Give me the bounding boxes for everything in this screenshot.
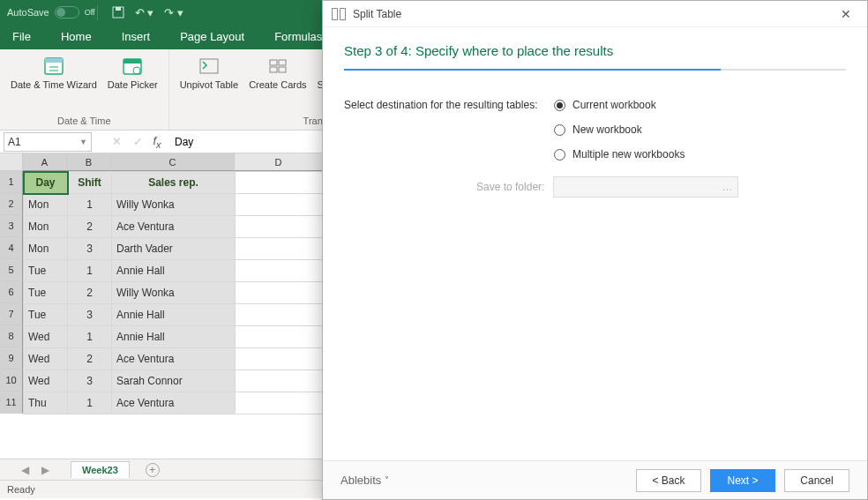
row-header[interactable]: 2 (0, 193, 23, 215)
cell[interactable]: Tue (24, 304, 68, 326)
redo-icon[interactable]: ↷ ▾ (164, 6, 183, 19)
fx-icon[interactable]: fx (148, 134, 169, 150)
row-header[interactable]: 6 (0, 281, 23, 303)
row-header[interactable]: 11 (0, 392, 23, 414)
cell[interactable] (236, 238, 324, 260)
cell[interactable]: 3 (68, 370, 112, 392)
sheet-tab-active[interactable]: Week23 (71, 461, 130, 478)
cell[interactable]: Mon (24, 216, 68, 238)
cell[interactable]: 1 (68, 326, 112, 348)
cell[interactable] (236, 172, 324, 194)
tab-page-layout[interactable]: Page Layout (175, 25, 250, 49)
col-header[interactable]: C (111, 153, 235, 171)
cancel-icon[interactable]: ✕ (106, 135, 127, 148)
cell[interactable]: Willy Wonka (112, 282, 236, 304)
col-header[interactable]: A (23, 153, 67, 171)
create-cards-button[interactable]: Create Cards (245, 53, 310, 93)
cell[interactable]: Annie Hall (112, 260, 236, 282)
cell[interactable]: 1 (68, 194, 112, 216)
cell[interactable]: 1 (68, 260, 112, 282)
cell[interactable]: Mon (24, 194, 68, 216)
col-header[interactable]: D (235, 153, 323, 171)
tab-insert[interactable]: Insert (116, 25, 156, 49)
cell[interactable]: Ace Ventura (112, 216, 236, 238)
label: Unpivot Table (180, 79, 238, 91)
cell[interactable]: Sarah Connor (112, 370, 236, 392)
cell[interactable]: 3 (68, 304, 112, 326)
next-button[interactable]: Next > (710, 469, 775, 492)
radio-new-workbook[interactable]: New workbook (554, 123, 685, 136)
cell[interactable]: Sales rep. (112, 172, 236, 194)
cell[interactable]: Annie Hall (112, 304, 236, 326)
row-header[interactable]: 3 (0, 215, 23, 237)
save-icon[interactable] (112, 6, 124, 19)
row-header[interactable]: 1 (0, 171, 23, 193)
cell[interactable]: Day (24, 172, 68, 194)
cell[interactable]: 2 (68, 216, 112, 238)
row-header[interactable]: 4 (0, 237, 23, 259)
enter-icon[interactable]: ✓ (127, 135, 148, 148)
radio-icon (554, 124, 565, 136)
cell[interactable] (236, 304, 324, 326)
status-text: Ready (7, 484, 35, 495)
row-header[interactable]: 9 (0, 347, 23, 369)
radio-label: New workbook (572, 123, 642, 136)
browse-icon: … (722, 181, 732, 193)
tab-file[interactable]: File (7, 25, 36, 49)
row-header[interactable]: 5 (0, 259, 23, 281)
cell[interactable]: Wed (24, 370, 68, 392)
save-folder-input: … (553, 176, 738, 198)
brand-link[interactable]: Ablebits ˅ (340, 474, 389, 487)
cell[interactable]: Willy Wonka (112, 194, 236, 216)
cell[interactable]: Thu (24, 392, 68, 414)
cell[interactable]: Shift (68, 172, 112, 194)
radio-current-workbook[interactable]: Current workbook (554, 99, 685, 111)
back-button[interactable]: < Back (636, 469, 701, 492)
tab-formulas[interactable]: Formulas (269, 25, 327, 49)
autosave-label: AutoSave (7, 7, 49, 18)
cell[interactable] (236, 326, 324, 348)
cell[interactable] (236, 370, 324, 392)
cell[interactable] (236, 260, 324, 282)
cell[interactable] (236, 216, 324, 238)
add-sheet-button[interactable]: + (146, 463, 160, 477)
undo-icon[interactable]: ↶ ▾ (135, 6, 154, 19)
cell[interactable]: Darth Vader (112, 238, 236, 260)
row-header[interactable]: 7 (0, 303, 23, 325)
cancel-button[interactable]: Cancel (784, 469, 849, 492)
cell[interactable]: 3 (68, 238, 112, 260)
cell[interactable]: Ace Ventura (112, 392, 236, 414)
cell[interactable]: Wed (24, 326, 68, 348)
radio-multiple-workbooks[interactable]: Multiple new workbooks (554, 148, 685, 160)
cell[interactable]: Ace Ventura (112, 348, 236, 370)
row-header[interactable]: 8 (0, 325, 23, 347)
select-all-corner[interactable] (0, 153, 23, 171)
date-time-wizard-button[interactable]: Date & Time Wizard (7, 53, 101, 93)
cell[interactable]: 1 (68, 392, 112, 414)
cell[interactable] (236, 348, 324, 370)
cell[interactable] (236, 392, 324, 414)
cell[interactable]: Annie Hall (112, 326, 236, 348)
cell[interactable] (236, 282, 324, 304)
cell[interactable] (236, 194, 324, 216)
date-picker-button[interactable]: Date Picker (104, 53, 161, 93)
close-icon[interactable]: ✕ (834, 4, 858, 25)
autosave-toggle[interactable]: AutoSave Off (7, 6, 95, 19)
cell[interactable]: 2 (68, 348, 112, 370)
separator (97, 4, 98, 20)
unpivot-table-button[interactable]: Unpivot Table (176, 53, 242, 93)
cell[interactable]: Tue (24, 260, 68, 282)
cell[interactable]: Mon (24, 238, 68, 260)
dialog-titlebar[interactable]: Split Table ✕ (323, 1, 867, 27)
cell[interactable]: Wed (24, 348, 68, 370)
cell[interactable]: Tue (24, 282, 68, 304)
calendar-icon (121, 55, 144, 78)
sheet-prev-icon[interactable]: ◀ (21, 464, 29, 476)
name-box[interactable]: A1 ▼ (4, 132, 92, 152)
data-table[interactable]: Day Shift Sales rep. Mon1Willy Wonka Mon… (23, 171, 324, 414)
row-header[interactable]: 10 (0, 369, 23, 392)
cell[interactable]: 2 (68, 282, 112, 304)
sheet-next-icon[interactable]: ▶ (41, 464, 49, 476)
col-header[interactable]: B (67, 153, 111, 171)
tab-home[interactable]: Home (56, 25, 97, 49)
